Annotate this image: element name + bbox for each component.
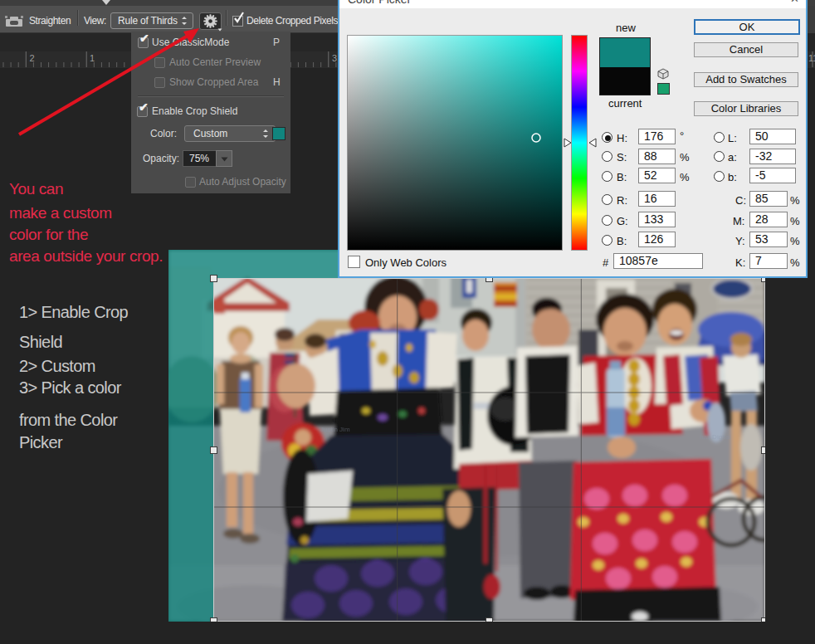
svg-text:3: 3 (332, 53, 337, 63)
svg-text:Justin Jim: Justin Jim (320, 426, 350, 433)
svg-text:has Digital: has Digital (700, 433, 731, 441)
svg-text:11: 11 (808, 53, 815, 63)
